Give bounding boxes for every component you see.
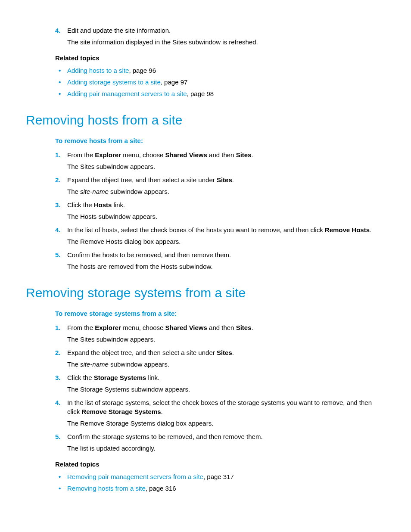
step-text: Expand the object tree, and then select … bbox=[67, 176, 234, 184]
step-text: From the Explorer menu, choose Shared Vi… bbox=[67, 151, 253, 159]
step-text: Click the Storage Systems link. bbox=[67, 374, 159, 381]
step-result: The Remove Storage Systems dialog box ap… bbox=[67, 419, 385, 428]
step-text: Confirm the hosts to be removed, and the… bbox=[67, 251, 231, 258]
related-item: Removing hosts from a site, page 316 bbox=[55, 484, 385, 493]
step-text: In the list of storage systems, select t… bbox=[67, 399, 372, 415]
step-item: From the Explorer menu, choose Shared Vi… bbox=[55, 323, 385, 344]
step-result: The Sites subwindow appears. bbox=[67, 162, 385, 171]
step-item: Click the Hosts link. The Hosts subwindo… bbox=[55, 200, 385, 221]
procedure-heading: To remove storage systems from a site: bbox=[55, 309, 385, 318]
step-item: Confirm the hosts to be removed, and the… bbox=[55, 250, 385, 271]
step-text: From the Explorer menu, choose Shared Vi… bbox=[67, 324, 253, 331]
step-item: Edit and update the site information. Th… bbox=[55, 26, 385, 47]
related-tail: , page 96 bbox=[129, 67, 156, 74]
step-item: Confirm the storage systems to be remove… bbox=[55, 432, 385, 453]
link-removing-hosts[interactable]: Removing hosts from a site bbox=[67, 485, 146, 492]
heading-removing-hosts: Removing hosts from a site bbox=[26, 111, 385, 129]
step-result: The list is updated accordingly. bbox=[67, 444, 385, 453]
step-text: Expand the object tree, and then select … bbox=[67, 349, 234, 356]
step-text: In the list of hosts, select the check b… bbox=[67, 226, 371, 233]
related-item: Removing pair management servers from a … bbox=[55, 472, 385, 481]
step-text: Edit and update the site information. bbox=[67, 27, 171, 34]
step-result: The site information displayed in the Si… bbox=[67, 37, 385, 47]
step-text: Confirm the storage systems to be remove… bbox=[67, 433, 263, 440]
step-result: The site-name subwindow appears. bbox=[67, 360, 385, 369]
procedure-heading: To remove hosts from a site: bbox=[55, 136, 385, 145]
link-adding-hosts[interactable]: Adding hosts to a site bbox=[67, 67, 129, 74]
step-item: From the Explorer menu, choose Shared Vi… bbox=[55, 150, 385, 171]
related-item: Adding hosts to a site, page 96 bbox=[55, 66, 385, 75]
link-adding-storage[interactable]: Adding storage systems to a site bbox=[67, 78, 161, 86]
step-item: Expand the object tree, and then select … bbox=[55, 175, 385, 196]
related-tail: , page 317 bbox=[203, 473, 234, 480]
related-topics-heading: Related topics bbox=[55, 53, 385, 62]
step-item: Click the Storage Systems link. The Stor… bbox=[55, 373, 385, 394]
step-result: The Hosts subwindow appears. bbox=[67, 212, 385, 221]
link-adding-pms[interactable]: Adding pair management servers to a site bbox=[67, 90, 187, 97]
link-removing-pms[interactable]: Removing pair management servers from a … bbox=[67, 473, 203, 480]
related-tail: , page 98 bbox=[187, 90, 214, 97]
step-result: The Sites subwindow appears. bbox=[67, 335, 385, 344]
related-tail: , page 316 bbox=[146, 485, 176, 492]
step-result: The site-name subwindow appears. bbox=[67, 187, 385, 196]
step-result: The Remove Hosts dialog box appears. bbox=[67, 237, 385, 246]
step-text: Click the Hosts link. bbox=[67, 201, 125, 208]
step-item: In the list of hosts, select the check b… bbox=[55, 225, 385, 246]
step-item: Expand the object tree, and then select … bbox=[55, 348, 385, 369]
related-item: Adding storage systems to a site, page 9… bbox=[55, 78, 385, 87]
heading-removing-storage: Removing storage systems from a site bbox=[26, 284, 385, 302]
related-tail: , page 97 bbox=[161, 78, 188, 86]
step-result: The hosts are removed from the Hosts sub… bbox=[67, 262, 385, 271]
related-item: Adding pair management servers to a site… bbox=[55, 89, 385, 98]
related-topics-heading: Related topics bbox=[55, 460, 385, 469]
step-item: In the list of storage systems, select t… bbox=[55, 398, 385, 428]
step-result: The Storage Systems subwindow appears. bbox=[67, 385, 385, 394]
